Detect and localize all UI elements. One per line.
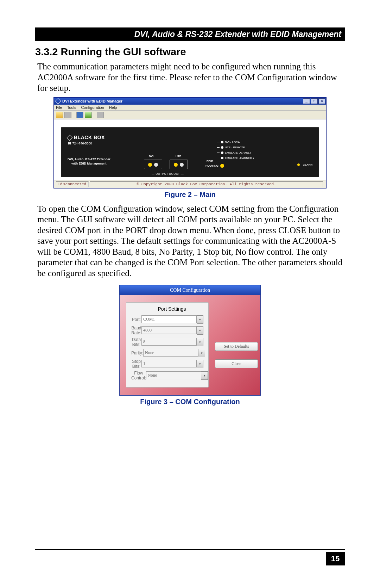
close-button[interactable]: Close [215,359,258,368]
tb-icon-5[interactable] [97,112,104,118]
device-illustration: BLACK BOX ☎ 724-746-5500 DVI, Audio, RS-… [61,127,319,177]
group-title: Port Settings [140,306,203,312]
figure-3: COM Configuration Port Settings Port: ▾ … [35,285,345,396]
minimize-button[interactable]: _ [303,98,310,104]
tb-icon-2[interactable] [64,112,71,118]
status-bar: Disconnected © Copyright 2008 Black Box … [54,180,326,188]
edid-label: EDID [207,160,213,163]
dialog-title: COM Configuration [120,285,260,295]
databits-label: Data Bits: [131,337,141,347]
routing-label: ROUTING [205,164,218,167]
edid-tree: DVI - LOCAL UTP - REMOTE EMULATE DEFAULT… [217,140,254,161]
figure-2: DVI Extender with EDID Manager _ □ × Fil… [35,97,345,188]
flow-select [146,371,201,379]
brand-diamond-icon [67,135,73,141]
brand-phone: 724-746-5500 [72,142,92,145]
close-button[interactable]: × [318,98,325,104]
toolbar [54,111,326,119]
menu-help[interactable]: Help [109,105,117,110]
stopbits-label: Stop Bits: [131,359,141,369]
menu-tools[interactable]: Tools [67,105,76,110]
port-label-utp: UTP [176,155,181,158]
parity-label: Parity: [131,351,143,355]
chevron-down-icon: ▾ [197,338,203,346]
titlebar: DVI Extender with EDID Manager _ □ × [54,98,326,105]
chevron-down-icon: ▾ [201,371,208,380]
open-icon[interactable] [56,112,63,118]
chevron-down-icon[interactable]: ▾ [197,315,203,324]
header-bar: DVI, Audio & RS-232 Extender with EDID M… [35,27,345,41]
menubar: File Tools Configuration Help [54,105,326,111]
status-copyright: © Copyright 2008 Black Box Corporation. … [90,181,323,187]
baud-label: Baud Rate: [131,326,141,335]
app-window: DVI Extender with EDID Manager _ □ × Fil… [53,97,327,188]
section-heading: 3.3.2 Running the GUI software [35,46,345,58]
port-label-dvi: DVI [149,155,153,158]
tree-utp-remote: UTP - REMOTE [225,146,245,149]
paragraph-1: The communication parameters might need … [37,61,343,94]
device-sub1: DVI, Audio, RS-232 Extender [68,157,110,161]
stopbits-select [141,360,197,367]
section-title: Running the GUI software [61,46,186,57]
learn-led-icon [297,163,300,166]
set-defaults-button[interactable]: Set to Defaults [215,342,258,351]
window-title: DVI Extender with EDID Manager [62,99,122,103]
flow-label: Flow Control: [131,371,146,380]
tree-emulate-default: EMULATE DEFAULT [225,151,251,154]
figure-3-caption: Figure 3 – COM Configuration [35,398,345,406]
paragraph-2: To open the COM Configuration window, se… [37,204,343,279]
brand-name: BLACK BOX [74,135,105,140]
port-select[interactable] [141,315,197,323]
chevron-down-icon: ▾ [197,360,203,368]
device-sub2: with EDID Management [71,162,107,165]
port-utp [170,160,188,169]
tree-dvi-local: DVI - LOCAL [225,141,241,144]
page-number: 15 [326,552,345,565]
maximize-button[interactable]: □ [311,98,318,104]
port-label: Port: [131,317,141,322]
status-connection: Disconnected [56,181,89,187]
footer-rule [35,549,345,550]
port-settings-group: Port Settings Port: ▾ Baud Rate: ▾ Data … [126,302,209,388]
learn-label: LEARN [303,163,312,166]
com-config-dialog: COM Configuration Port Settings Port: ▾ … [119,285,261,396]
menu-file[interactable]: File [56,105,62,110]
baud-select [141,326,197,334]
output-boost-label: OUTPUT BOOST [156,172,180,175]
port-dvi [144,160,162,169]
tb-icon-4[interactable] [85,112,92,118]
tb-icon-3[interactable] [76,112,83,118]
menu-configuration[interactable]: Configuration [81,105,104,110]
parity-select [143,349,198,357]
tree-emulate-learned: EMULATE LEARNED [225,156,252,160]
figure-2-caption: Figure 2 – Main [35,191,345,199]
chevron-down-icon: ▾ [198,349,205,357]
section-number: 3.3.2 [35,46,58,57]
databits-select [141,338,197,346]
app-logo-icon [55,98,61,104]
chevron-down-icon: ▾ [197,326,203,335]
